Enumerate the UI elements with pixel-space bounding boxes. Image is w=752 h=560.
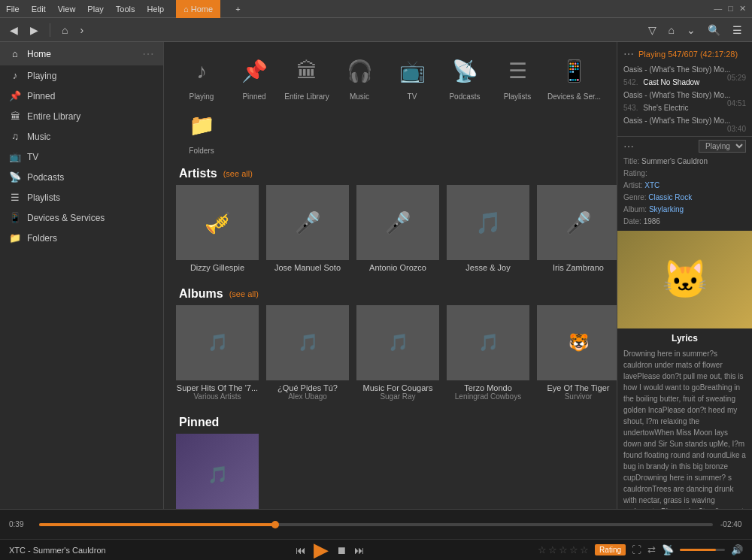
np-album-value[interactable]: Skylarking [649,205,684,213]
artists-section-header: Artists (see all) [164,161,617,185]
menu-play[interactable]: Play [87,5,103,14]
filter-button[interactable]: ▽ [644,23,660,38]
library-sidebar-icon: 🏛 [9,110,21,122]
sidebar-item-home[interactable]: ⌂ Home ⋯ [0,42,163,65]
artist-item-iris[interactable]: 🎤 Iris Zambrano [537,185,617,272]
volume-bar[interactable] [680,549,725,551]
menu-view[interactable]: View [58,5,76,14]
menu-help[interactable]: Help [147,5,164,14]
nav-library[interactable]: 🏛 Entire Library [284,54,329,101]
artist-item-jose[interactable]: 🎤 Jose Manuel Soto [266,185,349,272]
nav-playing[interactable]: ♪ Playing [179,54,224,101]
nav-music[interactable]: 🎧 Music [337,54,382,101]
breadcrumb-arrow[interactable]: › [76,23,87,38]
album-artist-3: Leningrad Cowboys [447,392,529,401]
lyrics-panel: Lyrics Drowning here in summer?s cauldro… [617,328,752,509]
sidebar-item-library[interactable]: 🏛 Entire Library [0,106,163,126]
next-button[interactable]: ⏭ [354,544,365,556]
qi-time-2: 04:51 [727,99,746,107]
sidebar-item-podcasts[interactable]: 📡 Podcasts [0,167,163,187]
queue-header: ⋯ Playing 547/607 (42:17:28) [617,45,752,63]
star-2[interactable]: ☆ [548,544,557,555]
sidebar-item-devices[interactable]: 📱 Devices & Services [0,207,163,228]
star-4[interactable]: ☆ [569,544,578,555]
album-item-1[interactable]: 🎵 ¿Qué Pides Tú? Alex Ubago [266,305,349,401]
np-dropdown[interactable]: Playing [699,140,746,153]
menu-edit[interactable]: Edit [32,5,46,14]
shuffle-icon[interactable]: ⇄ [647,544,656,555]
menu-home-tab[interactable]: ⌂ Home [176,0,220,18]
home-button[interactable]: ⌂ [58,23,71,38]
rating-button[interactable]: Rating [595,544,626,555]
player-controls: ⏮ ▶ ⏹ ⏭ [296,538,365,560]
nav-playlists[interactable]: ☰ Playlists [495,54,540,101]
sidebar-playing-label: Playing [27,71,56,81]
prev-button[interactable]: ⏮ [296,544,306,556]
np-artist-value[interactable]: XTC [644,181,660,189]
menu-tools[interactable]: Tools [116,5,135,14]
pinned-item-0[interactable]: 🎵 TempMusic [176,434,259,509]
albums-grid: 🎵 Super Hits Of The '7... Various Artist… [164,305,617,410]
np-genre-value[interactable]: Classic Rock [648,193,692,201]
back-button[interactable]: ◀ [6,23,22,38]
qi-num-3: 543. [623,104,638,112]
artist-item-dizzy[interactable]: 🎺 Dizzy Gillespie [176,185,259,272]
progress-bar[interactable] [39,523,713,526]
menu-file[interactable]: File [6,5,20,14]
maximize-icon[interactable]: □ [728,4,733,14]
album-item-2[interactable]: 🎵 Music For Cougars Sugar Ray [356,305,439,401]
album-item-0[interactable]: 🎵 Super Hits Of The '7... Various Artist… [176,305,259,401]
stop-button[interactable]: ⏹ [336,544,347,556]
forward-button[interactable]: ▶ [26,23,42,38]
artists-see-all[interactable]: (see all) [223,169,253,178]
menu-button[interactable]: ☰ [729,23,746,38]
album-item-3[interactable]: 🎵 Terzo Mondo Leningrad Cowboys [447,305,529,401]
main-layout: ⌂ Home ⋯ ♪ Playing 📌 Pinned 🏛 Entire Lib… [0,42,752,509]
sidebar-item-playlists[interactable]: ☰ Playlists [0,187,163,207]
star-1[interactable]: ☆ [538,544,547,555]
queue-item-4[interactable]: Oasis - (What's The Story) Mo... 03:40 [617,114,752,127]
nav-devices[interactable]: 📱 Devices & Ser... [547,54,601,101]
nav-pinned[interactable]: 📌 Pinned [232,54,277,101]
nav-playing-icon: ♪ [183,54,220,88]
nav-folders[interactable]: 📁 Folders [179,108,224,155]
now-playing-panel: ⋯ Playing Title: Summer's Cauldron Ratin… [617,136,752,231]
album-art-icon: 🐱 [662,258,708,301]
qi-num-1: 542. [623,78,638,86]
close-icon[interactable]: ✕ [739,4,746,14]
cast-icon[interactable]: 📡 [662,544,674,555]
albums-see-all[interactable]: (see all) [229,289,259,298]
queue-item-2[interactable]: Oasis - (What's The Story) Mo... 04:51 [617,89,752,101]
album-item-4[interactable]: 🐯 Eye Of The Tiger Survivor [537,305,617,401]
queue-item-0[interactable]: Oasis - (What's The Story) Mo... 05:29 [617,63,752,76]
dropdown-button[interactable]: ⌄ [683,23,699,38]
nav-podcasts[interactable]: 📡 Podcasts [442,54,487,101]
star-5[interactable]: ☆ [580,544,589,555]
progress-handle[interactable] [271,521,279,528]
sidebar-item-pinned[interactable]: 📌 Pinned [0,86,163,106]
volume-up-icon[interactable]: 🔊 [731,544,743,555]
artist-item-jesse[interactable]: 🎵 Jesse & Joy [447,185,529,272]
time-remaining: -02:40 [720,520,743,528]
play-button[interactable]: ▶ [314,538,329,560]
sidebar-devices-label: Devices & Services [27,213,105,223]
sidebar-item-folders[interactable]: 📁 Folders [0,228,163,248]
np-dots[interactable]: ⋯ [623,141,634,153]
artist-item-antonio[interactable]: 🎤 Antonio Orozco [356,185,439,272]
queue-dots[interactable]: ⋯ [623,48,634,60]
artist-name-jose: Jose Manuel Soto [266,263,349,272]
nav-tv[interactable]: 📺 TV [390,54,435,101]
album-image-0: 🎵 [176,305,259,380]
sidebar-item-music[interactable]: ♫ Music [0,126,163,147]
star-3[interactable]: ☆ [559,544,568,555]
home-nav-button[interactable]: ⌂ [665,23,678,38]
new-tab-button[interactable]: + [235,5,240,14]
np-date-value: 1986 [644,217,660,226]
minimize-icon[interactable]: — [714,4,722,14]
aspect-ratio-icon[interactable]: ⛶ [632,544,641,555]
sidebar-dots[interactable]: ⋯ [142,47,154,61]
sidebar-item-tv[interactable]: 📺 TV [0,147,163,167]
sidebar-item-playing[interactable]: ♪ Playing [0,65,163,86]
search-button[interactable]: 🔍 [704,23,724,38]
album-image-4: 🐯 [537,305,617,380]
